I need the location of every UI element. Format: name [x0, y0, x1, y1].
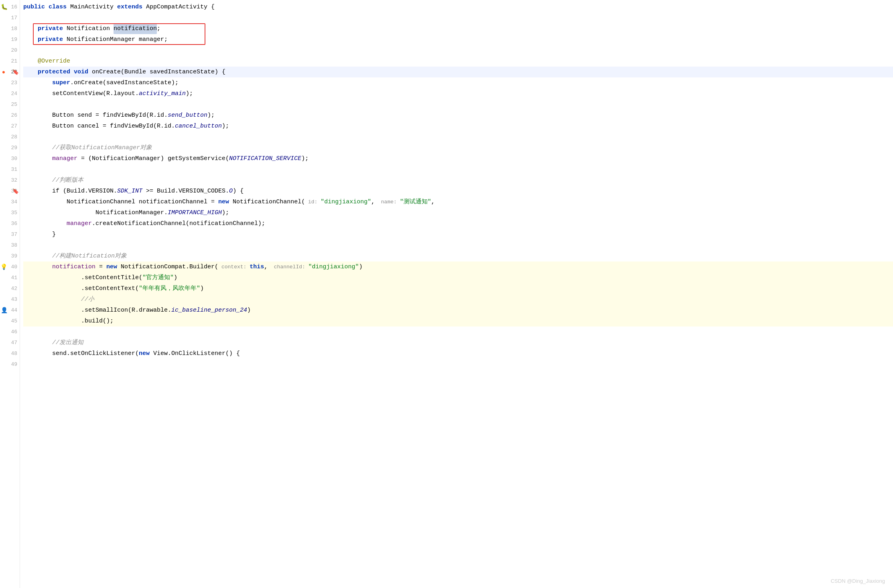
line-number-35: 35	[0, 207, 20, 218]
code-line-48[interactable]: send.setOnClickListener(new View.OnClick…	[23, 348, 893, 359]
line-number-24: 24	[0, 88, 20, 99]
code-line-38[interactable]	[23, 240, 893, 251]
line-number-43: 43	[0, 294, 20, 305]
code-line-49[interactable]	[23, 359, 893, 370]
code-line-40[interactable]: notification = new NotificationCompat.Bu…	[23, 262, 893, 272]
line-number-21: 21	[0, 56, 20, 67]
line-number-46: 46	[0, 326, 20, 337]
code-line-18[interactable]: private Notification notification;	[23, 23, 893, 34]
code-line-35[interactable]: NotificationManager.IMPORTANCE_HIGH);	[23, 207, 893, 218]
code-line-46[interactable]	[23, 326, 893, 337]
line-number-49: 49	[0, 359, 20, 370]
code-line-32[interactable]: //判断版本	[23, 175, 893, 186]
line-number-32: 32	[0, 175, 20, 186]
code-line-30[interactable]: manager = (NotificationManager) getSyste…	[23, 153, 893, 164]
code-area[interactable]: public class MainActivity extends AppCom…	[20, 0, 893, 588]
line-number-30: 30	[0, 153, 20, 164]
line-number-22: ●🔖22	[0, 67, 20, 77]
code-line-17[interactable]	[23, 12, 893, 23]
line-number-20: 20	[0, 45, 20, 56]
line-number-45: 45	[0, 316, 20, 326]
code-line-26[interactable]: Button send = findViewById(R.id.send_but…	[23, 110, 893, 121]
code-line-37[interactable]: }	[23, 229, 893, 240]
line-number-33: 🔖33	[0, 186, 20, 197]
code-line-44[interactable]: .setSmallIcon(R.drawable.ic_baseline_per…	[23, 305, 893, 316]
line-number-17: 17	[0, 12, 20, 23]
line-number-48: 48	[0, 348, 20, 359]
line-number-18: 18	[0, 23, 20, 34]
line-number-37: 37	[0, 229, 20, 240]
line-number-28: 28	[0, 132, 20, 142]
code-line-16[interactable]: public class MainActivity extends AppCom…	[23, 2, 893, 12]
line-number-16: 🐛16	[0, 2, 20, 12]
code-line-23[interactable]: super.onCreate(savedInstanceState);	[23, 77, 893, 88]
code-line-45[interactable]: .build();	[23, 316, 893, 326]
line-number-25: 25	[0, 99, 20, 110]
code-line-39[interactable]: //构建Notification对象	[23, 251, 893, 262]
line-number-31: 31	[0, 164, 20, 175]
line-number-19: 19	[0, 34, 20, 45]
code-line-25[interactable]	[23, 99, 893, 110]
code-line-20[interactable]	[23, 45, 893, 56]
code-line-21[interactable]: @Override	[23, 56, 893, 67]
editor-container: 🐛161718192021●🔖2223242526272829303132🔖33…	[0, 0, 893, 588]
code-line-36[interactable]: manager.createNotificationChannel(notifi…	[23, 218, 893, 229]
code-line-28[interactable]	[23, 132, 893, 142]
line-number-42: 42	[0, 283, 20, 294]
line-number-41: 41	[0, 272, 20, 283]
code-line-42[interactable]: .setContentText("年年有风，风吹年年")	[23, 283, 893, 294]
code-line-29[interactable]: //获取NotificationManager对象	[23, 142, 893, 153]
code-line-27[interactable]: Button cancel = findViewById(R.id.cancel…	[23, 121, 893, 132]
code-line-24[interactable]: setContentView(R.layout.activity_main);	[23, 88, 893, 99]
code-line-31[interactable]	[23, 164, 893, 175]
line-number-23: 23	[0, 77, 20, 88]
code-line-34[interactable]: NotificationChannel notificationChannel …	[23, 197, 893, 207]
code-line-22[interactable]: protected void onCreate(Bundle savedInst…	[23, 67, 893, 77]
line-number-gutter: 🐛161718192021●🔖2223242526272829303132🔖33…	[0, 0, 20, 588]
code-line-47[interactable]: //发出通知	[23, 337, 893, 348]
line-number-26: 26	[0, 110, 20, 121]
line-number-38: 38	[0, 240, 20, 251]
line-number-29: 29	[0, 142, 20, 153]
line-number-39: 39	[0, 251, 20, 262]
code-line-19[interactable]: private NotificationManager manager;	[23, 34, 893, 45]
watermark: CSDN @Ding_Jiaxiong	[831, 578, 885, 584]
line-number-40: 💡40	[0, 262, 20, 272]
line-number-36: 36	[0, 218, 20, 229]
line-number-34: 34	[0, 197, 20, 207]
line-number-27: 27	[0, 121, 20, 132]
code-line-41[interactable]: .setContentTitle("官方通知")	[23, 272, 893, 283]
line-number-44: 👤44	[0, 305, 20, 316]
line-number-47: 47	[0, 337, 20, 348]
code-line-33[interactable]: if (Build.VERSION.SDK_INT >= Build.VERSI…	[23, 186, 893, 197]
code-line-43[interactable]: //小	[23, 294, 893, 305]
